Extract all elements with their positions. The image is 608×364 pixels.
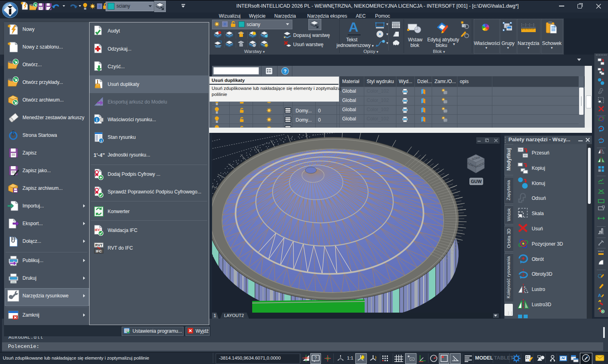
svg-text:1'-4": 1'-4" xyxy=(94,152,105,158)
svg-text:IFC: IFC xyxy=(96,249,102,253)
svg-text:RVT: RVT xyxy=(95,243,102,247)
svg-text:?: ? xyxy=(284,69,286,74)
svg-text:?: ? xyxy=(314,356,317,360)
svg-text:A: A xyxy=(598,293,601,298)
